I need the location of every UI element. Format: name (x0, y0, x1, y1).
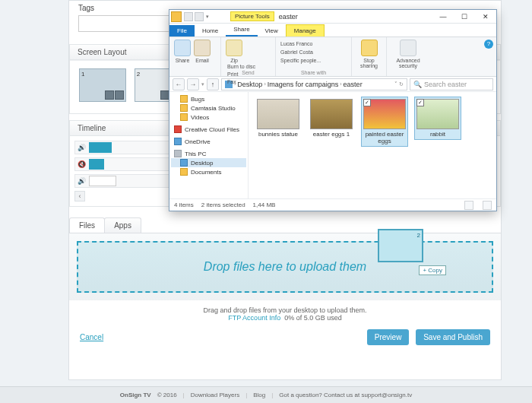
refresh-icon[interactable]: ↻ (399, 81, 404, 87)
shield-icon[interactable] (400, 40, 416, 56)
titlebar[interactable]: ▾ Picture Tools easter — ☐ ✕ (169, 10, 496, 24)
file-name: easter eggs 1 (313, 131, 350, 138)
save-publish-button[interactable]: Save and Publish (416, 329, 490, 345)
edit-icon[interactable] (105, 90, 114, 100)
footer: OnSign TV © 2016 |Download Players |Blog… (0, 386, 532, 403)
file-thumb[interactable]: easter eggs 1 (308, 97, 355, 140)
help-icon[interactable]: ? (484, 40, 493, 49)
file-explorer-window: ▾ Picture Tools easter — ☐ ✕ File Home S… (169, 9, 497, 211)
dropzone-hint: Drag and drop files from your desktop to… (69, 306, 501, 322)
checkbox-icon[interactable]: ✓ (416, 99, 424, 106)
cancel-link[interactable]: Cancel (80, 333, 103, 341)
crumb[interactable]: Imagens for campaigns (268, 81, 339, 88)
path-dropdown[interactable]: ˅ (394, 81, 397, 87)
lock-icon[interactable] (361, 40, 378, 56)
speaker-icon[interactable]: 🔊 (75, 144, 87, 151)
picture-tools-tab[interactable]: Picture Tools (230, 11, 274, 21)
ribbon-tab-share[interactable]: Share (226, 24, 257, 36)
scene-number: 1 (81, 71, 84, 78)
nav-item-selected: Desktop (171, 158, 246, 167)
maximize-button[interactable]: ☐ (454, 11, 475, 23)
clip[interactable] (89, 159, 104, 170)
up-button[interactable]: ↑ (207, 78, 219, 90)
close-button[interactable]: ✕ (475, 11, 496, 23)
file-thumb[interactable]: bunnies statue (255, 97, 302, 140)
drag-count: 2 (417, 232, 420, 239)
dropzone-text: Drop files here to upload them (204, 260, 366, 274)
forward-button[interactable]: → (187, 78, 199, 90)
thumbs-view-icon[interactable] (483, 201, 492, 210)
qat-dropdown-icon[interactable]: ▾ (206, 14, 209, 20)
file-thumb-selected[interactable]: ✓painted easter eggs (361, 97, 408, 147)
speaker-icon[interactable]: 🔊 (75, 177, 87, 185)
ribbon-label: Zip (230, 58, 238, 63)
ribbon-label: Share (176, 58, 190, 63)
preview-button[interactable]: Preview (367, 329, 410, 345)
file-grid[interactable]: bunnies statue easter eggs 1 ✓painted ea… (249, 92, 496, 198)
share-icon[interactable] (174, 40, 191, 56)
ribbon-group-label: Send (221, 70, 275, 75)
cursor-copy-hint: + Copy (419, 265, 446, 275)
ribbon-label: Stop sharing (360, 58, 378, 68)
ribbon-tab-view[interactable]: View (258, 25, 286, 36)
file-name: bunnies statue (258, 131, 298, 138)
timeline-prev[interactable]: ‹ (74, 191, 85, 202)
window-title: easter (279, 13, 298, 21)
ribbon-tabs: File Home Share View Manage (169, 24, 496, 37)
sharewith-item[interactable]: Specific people... (280, 56, 347, 65)
footer-link[interactable]: Blog (253, 392, 265, 398)
nav-item: OneDrive (171, 137, 246, 146)
tabs-bar: Files Apps (69, 217, 501, 233)
ribbon-label: Email (195, 58, 209, 63)
tab-files[interactable]: Files (69, 217, 105, 233)
nav-pane[interactable]: Bugs Camtasia Studio Videos Creative Clo… (169, 92, 249, 198)
qat-icon[interactable] (184, 12, 193, 21)
explorer-body: Bugs Camtasia Studio Videos Creative Clo… (169, 92, 496, 198)
clip[interactable] (89, 142, 112, 153)
history-dropdown[interactable]: ▾ (201, 81, 204, 87)
brand: OnSign TV (120, 392, 151, 398)
edit-icon[interactable] (160, 90, 169, 100)
minimize-button[interactable]: — (432, 11, 454, 23)
address-bar: ← → ▾ ↑ ›Desktop ›Imagens for campaigns … (169, 77, 496, 92)
back-button[interactable]: ← (173, 78, 185, 90)
ribbon-tab-home[interactable]: Home (195, 25, 226, 36)
email-icon[interactable] (194, 40, 211, 56)
footer-link[interactable]: Download Players (191, 392, 239, 398)
checkbox-icon[interactable]: ✓ (363, 99, 371, 106)
quick-access-toolbar: ▾ (169, 11, 209, 22)
copyright: © 2016 (157, 392, 177, 398)
ribbon-tab-manage[interactable]: Manage (286, 24, 325, 36)
fax-button[interactable]: Fax (227, 78, 255, 86)
clip[interactable] (89, 176, 116, 186)
nav-item: This PC (171, 149, 246, 158)
ribbon-tab-file[interactable]: File (169, 25, 195, 36)
sharewith-item[interactable]: Lucas Franco (280, 40, 347, 48)
search-input[interactable]: 🔍 Search easter (410, 78, 493, 90)
status-items: 4 items (174, 202, 194, 208)
search-placeholder: Search easter (424, 81, 467, 88)
trash-icon[interactable] (115, 90, 124, 100)
dropzone-container: Drop files here to upload them 2 + Copy (69, 233, 501, 300)
file-name: rabbit (430, 131, 445, 138)
tab-apps[interactable]: Apps (104, 217, 141, 233)
dropzone[interactable]: Drop files here to upload them 2 + Copy (77, 241, 493, 293)
image-icon (310, 99, 353, 129)
nav-item: Camtasia Studio (171, 103, 246, 113)
details-view-icon[interactable] (464, 201, 473, 210)
scene-thumb[interactable]: 1 (79, 68, 126, 102)
zip-icon[interactable] (226, 40, 242, 56)
speaker-icon[interactable]: 🔇 (75, 160, 87, 168)
ribbon: Share Email Zip Burn to disc Print Fax S… (169, 37, 496, 77)
timeline-title: Timeline (78, 124, 106, 132)
crumb[interactable]: easter (344, 81, 363, 88)
file-thumb-selected[interactable]: ✓rabbit (414, 97, 461, 140)
sharewith-item[interactable]: Gabriel Costa (280, 48, 347, 56)
status-selected: 2 items selected (201, 202, 245, 208)
ftp-link[interactable]: FTP Account Info (228, 314, 280, 322)
hint-text: Drag and drop files from your desktop to… (203, 306, 366, 314)
footer-contact: Got a question? Contact us at support@on… (279, 392, 412, 398)
folder-icon[interactable] (171, 11, 182, 22)
image-icon (257, 99, 299, 129)
qat-icon[interactable] (195, 12, 204, 21)
